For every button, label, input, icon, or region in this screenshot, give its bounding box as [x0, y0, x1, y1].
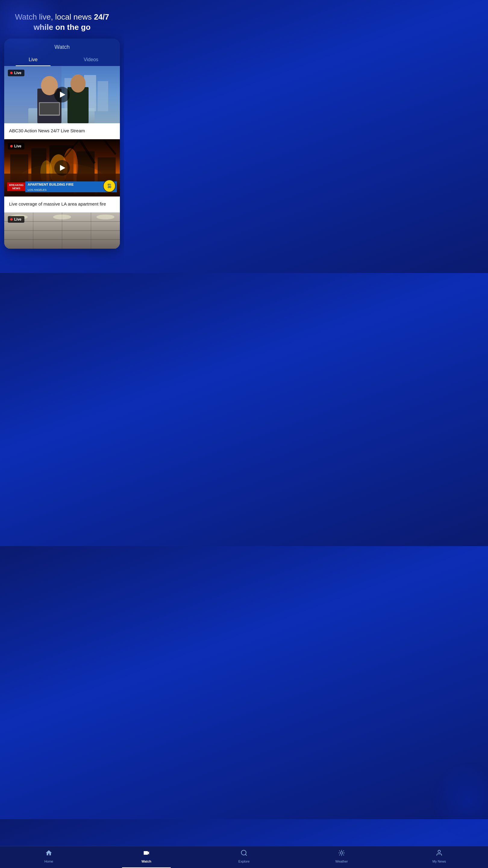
thumbnail-2[interactable]: Live BREAKINGNEWS APARTMENT BUILDING FIR…: [4, 139, 120, 196]
hero-line1: Watch live, local news: [15, 12, 94, 22]
video-card-2: Live BREAKINGNEWS APARTMENT BUILDING FIR…: [4, 139, 120, 212]
live-badge-3: Live: [8, 216, 24, 223]
play-button-2[interactable]: [54, 160, 70, 176]
svg-point-35: [53, 215, 71, 219]
video-title-2: Live coverage of massive LA area apartme…: [4, 196, 120, 212]
hero-bold: 24/7: [94, 12, 109, 22]
tabs-container: Live Videos: [4, 54, 120, 66]
svg-point-23: [40, 160, 53, 184]
play-triangle-1: [60, 92, 65, 98]
watch-header: Watch: [4, 38, 120, 50]
live-badge-2: Live: [8, 143, 24, 150]
tab-videos-label: Videos: [84, 57, 98, 62]
video-title-text-1: ABC30 Action News 24/7 Live Stream: [9, 128, 85, 133]
play-triangle-2: [60, 165, 65, 171]
phone-card: Watch Live Videos: [4, 38, 120, 249]
content-area: Live ABC30 Action News 24/7 Live Stream: [4, 66, 120, 249]
breaking-title-text: APARTMENT BUILDING FIRE: [28, 183, 74, 186]
tab-live[interactable]: Live: [4, 54, 62, 66]
live-badge-1: Live: [8, 70, 24, 76]
live-dot-2: [10, 145, 13, 147]
abc30-logo: abc 30: [103, 180, 116, 192]
video-card-1: Live ABC30 Action News 24/7 Live Stream: [4, 66, 120, 138]
live-dot-3: [10, 218, 13, 221]
breaking-location: LOS ANGELES: [28, 188, 47, 191]
tab-live-label: Live: [29, 57, 37, 62]
svg-point-10: [70, 74, 86, 93]
play-button-1[interactable]: [54, 87, 70, 102]
breaking-tag: BREAKINGNEWS: [7, 182, 25, 191]
svg-rect-12: [40, 103, 59, 115]
video-title-text-2: Live coverage of massive LA area apartme…: [9, 201, 106, 207]
video-card-3: Live: [4, 212, 120, 249]
hero-line2: while on the go: [33, 23, 90, 32]
video-title-1: ABC30 Action News 24/7 Live Stream: [4, 123, 120, 138]
thumbnail-1[interactable]: Live: [4, 66, 120, 123]
breaking-banner: BREAKINGNEWS APARTMENT BUILDING FIRE LOS…: [4, 181, 120, 192]
live-label-3: Live: [14, 217, 22, 221]
svg-point-36: [96, 215, 115, 219]
live-label-2: Live: [14, 144, 22, 148]
live-dot-1: [10, 72, 13, 74]
live-label-1: Live: [14, 71, 22, 75]
tab-videos[interactable]: Videos: [62, 54, 120, 66]
svg-rect-4: [98, 81, 108, 111]
watch-title: Watch: [55, 44, 70, 50]
thumbnail-3[interactable]: Live: [4, 213, 120, 249]
hero-text: Watch live, local news 24/7 while on the…: [0, 0, 124, 38]
